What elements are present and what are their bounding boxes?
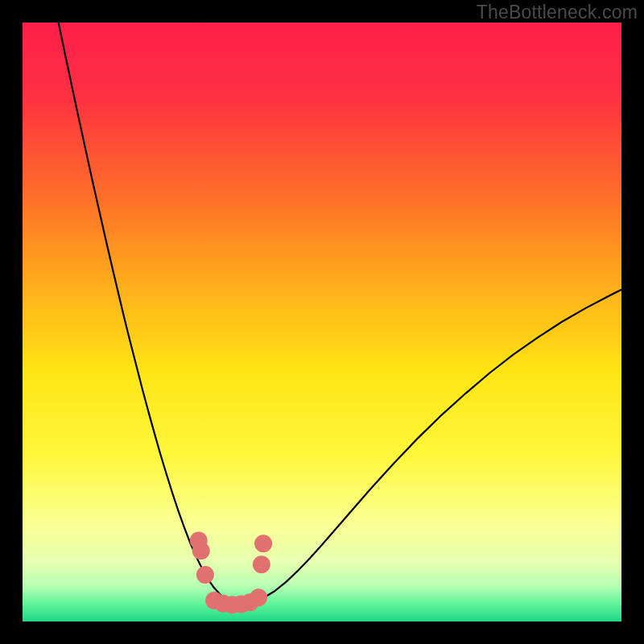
valley-marker-dot	[254, 535, 272, 552]
chart-svg	[23, 23, 621, 621]
chart-frame	[23, 23, 621, 621]
chart-background	[23, 23, 621, 621]
valley-marker-dot	[250, 588, 267, 606]
valley-marker-dot	[196, 566, 214, 584]
valley-marker-dot	[253, 555, 270, 573]
watermark-text: TheBottleneck.com	[477, 2, 638, 23]
valley-marker-dot	[192, 542, 210, 559]
